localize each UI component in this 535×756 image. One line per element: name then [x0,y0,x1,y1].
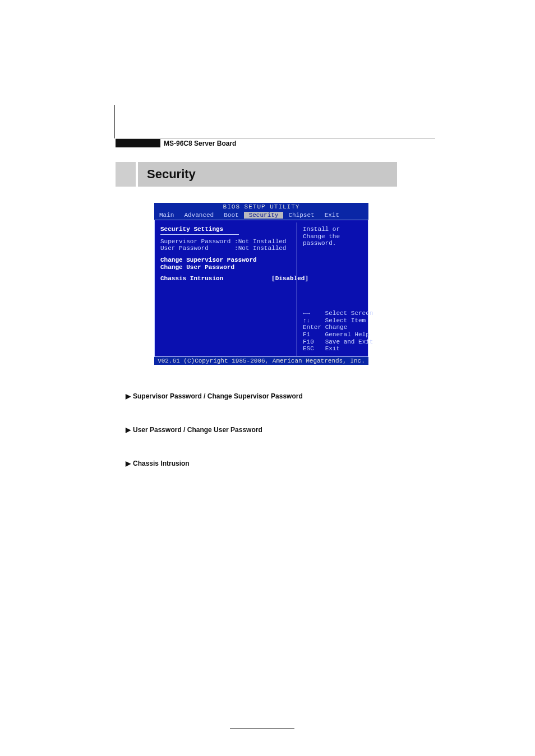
bios-title-bar: BIOS SETUP UTILITY [154,203,368,211]
footer-rule [230,728,294,729]
help-exit: ESC Exit [303,345,362,353]
doc-item-chassis-intrusion: ▶Chassis Intrusion [126,460,190,467]
doc-item-text: Supervisor Password / Change Supervisor … [133,392,303,400]
bios-right-pane: Install or Change the password. ←→ Selec… [299,222,366,356]
help-save-exit: F10 Save and Exit [303,338,362,346]
tab-main[interactable]: Main [154,212,179,219]
bios-screenshot: BIOS SETUP UTILITY Main Advanced Boot Se… [154,203,368,365]
bios-tab-row: Main Advanced Boot Security Chipset Exit [154,211,368,220]
bios-help-block: ←→ Select Screen ↑↓ Select Item Enter Ch… [303,310,362,353]
help-change: Enter Change [303,324,362,331]
action-change-supervisor-password[interactable]: Change Supervisor Password [160,257,292,264]
board-title: MS-96C8 Server Board [164,140,236,147]
help-label: Save and Exit [325,338,373,345]
doc-item-text: User Password / Change User Password [133,426,262,434]
bios-separator [160,234,239,235]
bios-footer: v02.61 (C)Copyright 1985-2006, American … [154,357,368,365]
option-label: Chassis Intrusion [160,275,223,282]
status-label: User Password [160,245,209,252]
bios-left-title: Security Settings [160,226,292,233]
arrow-icon: ▶ [126,392,131,400]
help-select-screen: ←→ Select Screen [303,310,362,317]
doc-item-supervisor-password: ▶Supervisor Password / Change Supervisor… [126,392,303,400]
help-label: Select Screen [325,310,373,317]
help-general: F1 General Help [303,331,362,338]
tab-exit[interactable]: Exit [320,212,344,219]
spacer [160,271,292,275]
help-select-item: ↑↓ Select Item [303,317,362,324]
help-key: ↑↓ [303,317,310,324]
help-key: F1 [303,331,310,338]
help-label: Select Item [325,317,366,324]
help-key: Enter [303,324,321,331]
section-heading-bar: Security [138,162,397,187]
tab-advanced[interactable]: Advanced [179,212,219,219]
help-label: Exit [325,345,340,352]
tab-chipset[interactable]: Chipset [283,212,319,219]
arrow-icon: ▶ [126,426,131,434]
bios-body: Security Settings Supervisor Password :N… [154,220,368,357]
bios-utility-title: BIOS SETUP UTILITY [223,203,300,211]
vertical-divider [114,105,115,138]
section-heading: Security [147,167,196,182]
header-rule [116,138,435,138]
help-label: Change [325,324,348,331]
doc-item-user-password: ▶User Password / Change User Password [126,426,262,434]
option-chassis-intrusion[interactable]: Chassis Intrusion [Disabled] [160,275,292,282]
status-row-user: User Password :Not Installed [160,245,292,252]
arrow-icon: ▶ [126,460,131,467]
status-value: Not Installed [238,238,287,245]
help-key: F10 [303,338,314,345]
tab-security[interactable]: Security [244,212,284,219]
action-change-user-password[interactable]: Change User Password [160,264,292,271]
doc-item-text: Chassis Intrusion [133,460,190,467]
bios-left-pane: Security Settings Supervisor Password :N… [157,222,297,356]
section-accent-tab [116,162,136,187]
bios-hint: Install or Change the password. [303,226,362,247]
help-key: ←→ [303,310,310,317]
page: MS-96C8 Server Board Security BIOS SETUP… [0,0,535,756]
bios-copyright: v02.61 (C)Copyright 1985-2006, American … [158,358,365,365]
status-value: Not Installed [238,245,287,252]
header-accent-block [116,139,160,147]
status-row-supervisor: Supervisor Password :Not Installed [160,238,292,245]
help-label: General Help [325,331,370,338]
tab-boot[interactable]: Boot [219,212,243,219]
help-key: ESC [303,345,314,352]
status-label: Supervisor Password [160,238,230,245]
spacer [160,252,292,257]
